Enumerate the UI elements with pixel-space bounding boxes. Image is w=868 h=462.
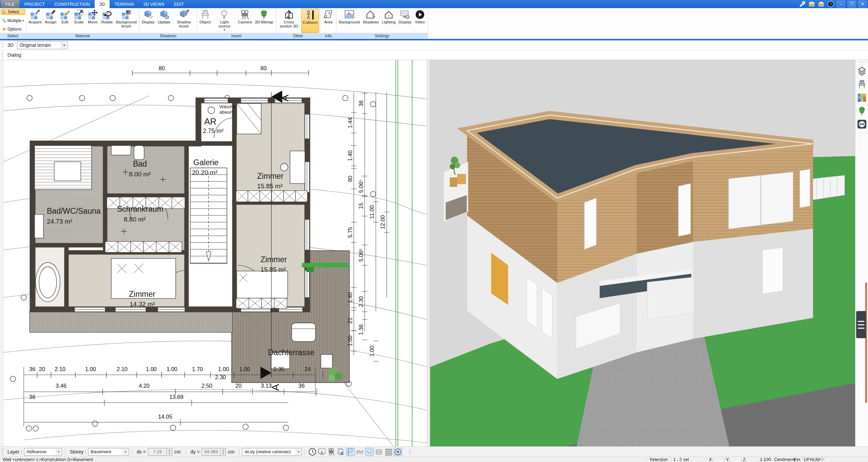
- chevron-down-icon: ▾: [22, 19, 24, 22]
- selected-wall-highlight[interactable]: [302, 263, 349, 267]
- button-label: Area: [324, 20, 332, 24]
- scale-button[interactable]: Scale: [72, 9, 85, 33]
- pages-icon[interactable]: [336, 448, 345, 456]
- upper-window: [584, 198, 596, 249]
- dimension-label: 24: [305, 366, 311, 372]
- area-button[interactable]: ?Area: [322, 9, 335, 33]
- button-label: Cross section 3D: [278, 20, 300, 28]
- monitor-star-icon[interactable]: [317, 448, 326, 456]
- view-toolbar: 3D Original terrain ▼: [0, 40, 868, 50]
- toolbar-grip[interactable]: [1, 448, 3, 456]
- furniture-icon[interactable]: [857, 79, 867, 90]
- materials-icon[interactable]: [857, 93, 867, 103]
- lighting-button[interactable]: Lighting: [381, 9, 397, 33]
- video-button[interactable]: Video: [413, 9, 427, 33]
- toolbar-grip[interactable]: [1, 51, 3, 59]
- dx-label: dx =: [137, 449, 146, 455]
- shadows-button[interactable]: Shadows: [361, 9, 380, 33]
- clock-icon[interactable]: [308, 448, 317, 456]
- help-icon[interactable]: ?: [827, 1, 834, 7]
- divider: [791, 458, 791, 462]
- display-button[interactable]: Display: [397, 9, 413, 33]
- north-icon[interactable]: N: [393, 448, 402, 456]
- addon-icon[interactable]: [808, 1, 815, 7]
- layer-select[interactable]: Abfluesse▼: [24, 448, 62, 456]
- update-button[interactable]: Update: [156, 9, 172, 33]
- 3d-bitmap-button[interactable]: 3D-Bitmap: [253, 9, 274, 33]
- shadow-brush-button[interactable]: Shadow brush: [172, 9, 196, 33]
- edit-button[interactable]: Edit: [58, 9, 72, 33]
- ribbon-group-shadows: DisplayUpdateShadow brushShadows: [139, 8, 197, 39]
- minimize-button[interactable]: –: [837, 1, 845, 7]
- tab-2d-views[interactable]: 2D VIEWS: [139, 0, 169, 8]
- background-button[interactable]: Background: [337, 9, 361, 33]
- tools-icon[interactable]: [799, 1, 806, 7]
- acquire-button[interactable]: Acquire: [27, 9, 43, 33]
- rotate-button[interactable]: Rotate: [100, 9, 114, 33]
- button-label: Options: [7, 27, 21, 32]
- tab-terrain[interactable]: TERRAIN: [110, 0, 138, 8]
- spinner-arrows[interactable]: ▲▼: [167, 448, 172, 455]
- light-source-button[interactable]: Light source▾: [212, 9, 236, 33]
- select-button[interactable]: Select: [1, 9, 25, 15]
- chevron-down-icon[interactable]: ▼: [61, 42, 67, 49]
- multiple-button[interactable]: Multiple▾: [1, 18, 25, 24]
- package-icon[interactable]: [818, 1, 825, 7]
- tab-3d[interactable]: 3D: [95, 0, 110, 8]
- dy-input[interactable]: 94.069 ▲▼: [201, 448, 226, 456]
- background-brush-button[interactable]: Background brush: [114, 9, 138, 33]
- dx-input[interactable]: 7.19 ▲▼: [148, 448, 172, 456]
- tab-file[interactable]: FILE: [1, 0, 19, 8]
- assign-button[interactable]: Assign: [43, 9, 58, 33]
- object-button[interactable]: Object: [198, 9, 212, 33]
- storey-select[interactable]: Basement▼: [88, 448, 129, 456]
- layers-icon[interactable]: [857, 66, 867, 76]
- remote-icon[interactable]: [857, 119, 867, 129]
- floorplan-2d-view[interactable]: A A Bad/WC/Sauna 24.73 m² Bad 8.00 m² Sc…: [3, 60, 427, 446]
- tiles-rotate-icon: [102, 9, 112, 20]
- camera-button[interactable]: Camera: [236, 9, 253, 33]
- panel-drag-handle[interactable]: [856, 311, 866, 338]
- spinner-arrows[interactable]: ▲▼: [220, 448, 226, 455]
- balcony-strip[interactable]: [30, 311, 232, 332]
- collapsed-panel-strip[interactable]: [865, 283, 867, 403]
- cross-section-3d-button[interactable]: Cross section 3D: [277, 9, 301, 33]
- selected-wall-highlight[interactable]: [306, 267, 314, 272]
- move-button[interactable]: Move: [86, 9, 99, 33]
- divider: [855, 133, 868, 133]
- svg-text:8.00 m²: 8.00 m²: [129, 171, 151, 178]
- plants-icon[interactable]: [857, 106, 867, 116]
- tab-project[interactable]: PROJECT: [19, 0, 50, 8]
- toolbar-grip[interactable]: [1, 41, 3, 49]
- panel-splitter[interactable]: [427, 60, 430, 446]
- layers2-icon[interactable]: [374, 448, 383, 456]
- sidebar-grip[interactable]: [857, 61, 866, 63]
- background-icon: [344, 9, 354, 20]
- tab-construction[interactable]: CONSTRUCTION: [50, 0, 95, 8]
- divider: [771, 458, 772, 462]
- dialog-label: Dialog:: [7, 52, 22, 58]
- grid-icon[interactable]: [384, 448, 393, 456]
- dy-label: dy =: [191, 449, 200, 455]
- flag-icon[interactable]: [346, 448, 355, 456]
- display-button[interactable]: Display: [140, 9, 156, 33]
- status-cell: Ein: [794, 457, 800, 462]
- close-button[interactable]: ✕: [859, 1, 867, 7]
- tab-edit[interactable]: EDIT: [169, 0, 189, 8]
- terrain-select[interactable]: Original terrain ▼: [17, 41, 68, 49]
- render-3d-view[interactable]: [430, 60, 855, 446]
- collision-button[interactable]: Collision: [301, 9, 319, 33]
- options-button[interactable]: Options: [1, 26, 25, 32]
- overflow-menu[interactable]: ⋮: [407, 449, 412, 455]
- fabric-icon[interactable]: [355, 448, 364, 456]
- floorplan-drawing: A A Bad/WC/Sauna 24.73 m² Bad 8.00 m² Sc…: [3, 60, 427, 446]
- upper-window: [678, 184, 691, 236]
- diamond-icon[interactable]: [365, 448, 374, 456]
- dimension-label: 1.40: [347, 150, 353, 161]
- status-cell: Centimetre: [774, 457, 796, 462]
- dimension-label: 2.50: [201, 383, 212, 389]
- restore-button[interactable]: ❐: [848, 1, 856, 7]
- coordinate-mode-select[interactable]: dx,dy (relative cartesian)▼: [242, 448, 302, 456]
- camera2-icon[interactable]: [327, 448, 336, 456]
- monitor-gear-icon: [400, 9, 410, 20]
